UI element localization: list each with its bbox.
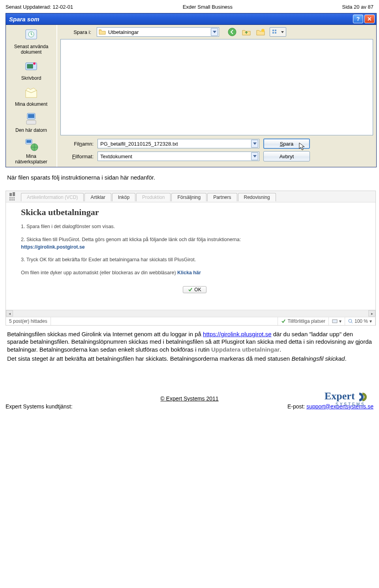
svg-rect-19 xyxy=(9,197,11,198)
svg-rect-16 xyxy=(275,32,276,34)
step-3: 3. Tryck OK för att bekräfta för Exder a… xyxy=(21,256,368,264)
look-in-combo[interactable]: Utbetalningar xyxy=(97,27,219,37)
svg-point-11 xyxy=(228,28,236,36)
paragraph-block: Betalningsfilen skickas med Girolink via… xyxy=(6,328,373,372)
header-right: Sida 20 av 87 xyxy=(342,4,373,10)
my-documents-icon xyxy=(23,85,39,101)
new-folder-button[interactable] xyxy=(255,27,266,37)
klicka-har-link[interactable]: Klicka här xyxy=(177,270,201,275)
svg-rect-22 xyxy=(9,199,11,200)
header-center: Exder Small Business xyxy=(183,4,233,10)
status-mode[interactable]: ▾ xyxy=(329,317,345,325)
place-label: Senast använda dokument xyxy=(14,44,49,55)
grid-small-icon[interactable] xyxy=(9,197,16,201)
check-shield-icon xyxy=(281,319,286,324)
horizontal-scrollbar[interactable]: ◂ ▸ xyxy=(6,310,375,317)
protected-mode-icon xyxy=(332,319,338,324)
webapp-sidebar-controls xyxy=(6,191,19,202)
status-count: 5 post(er) hittades xyxy=(6,317,51,325)
svg-point-26 xyxy=(349,319,352,322)
scroll-left-icon[interactable]: ◂ xyxy=(6,310,13,316)
svg-rect-14 xyxy=(275,30,276,31)
svg-rect-6 xyxy=(28,114,34,118)
scroll-right-icon[interactable]: ▸ xyxy=(368,310,375,316)
tab-forsaljning[interactable]: Försäljning xyxy=(171,193,206,201)
chevron-down-icon[interactable] xyxy=(251,140,258,148)
svg-text:SYSTEMS: SYSTEMS xyxy=(336,402,366,406)
status-zoom[interactable]: 100 % ▾ xyxy=(345,317,375,325)
help-icon: ? xyxy=(356,16,360,22)
place-label: Den här datorn xyxy=(15,127,47,133)
place-my-documents[interactable]: Mina dokument xyxy=(15,85,47,107)
footer-copyright: © Expert Systems 2011 xyxy=(6,395,373,402)
filename-input[interactable]: PG_betalfil_20110125_172328.txt xyxy=(98,139,259,148)
filename-value: PG_betalfil_20110125_172328.txt xyxy=(100,141,178,147)
place-network[interactable]: Mina nätverksplatser xyxy=(15,137,47,165)
help-button[interactable]: ? xyxy=(353,15,363,23)
file-list[interactable] xyxy=(60,39,373,135)
svg-rect-21 xyxy=(13,197,15,198)
look-in-value: Utbetalningar xyxy=(108,29,139,35)
zoom-icon xyxy=(348,319,353,324)
cancel-button[interactable]: Avbryt xyxy=(263,151,310,161)
my-computer-icon xyxy=(23,111,39,127)
titlebar[interactable]: Spara som ? ✕ xyxy=(6,13,376,25)
header-left: Senast Uppdaterad: 12-02-01 xyxy=(6,4,73,10)
svg-rect-17 xyxy=(9,193,12,196)
close-button[interactable]: ✕ xyxy=(364,15,375,23)
svg-point-4 xyxy=(33,62,36,65)
nav-toolbar xyxy=(227,27,286,37)
back-button[interactable] xyxy=(227,27,237,37)
checkmark-icon xyxy=(188,287,193,292)
webapp-window: Artikelinformation (VCD) Artiklar Inköp … xyxy=(6,191,376,326)
step-2: 2. Skicka filen till PlusGirot. Detta gö… xyxy=(21,236,368,251)
svg-rect-20 xyxy=(11,197,13,198)
svg-rect-3 xyxy=(27,64,33,68)
expert-systems-logo: Expert SYSTEMS xyxy=(325,388,372,409)
folder-new-icon xyxy=(256,28,265,36)
network-places-icon xyxy=(23,137,39,153)
place-desktop[interactable]: Skrivbord xyxy=(21,59,41,81)
place-my-computer[interactable]: Den här datorn xyxy=(15,111,47,133)
svg-rect-9 xyxy=(26,140,31,143)
houses-icon[interactable] xyxy=(9,192,16,197)
place-label: Mina nätverksplatser xyxy=(15,154,47,165)
view-grid-icon xyxy=(272,29,278,35)
svg-rect-23 xyxy=(11,199,13,200)
step-1: 1. Spara filen i det dialogfönster som v… xyxy=(21,223,368,230)
chevron-down-icon xyxy=(281,31,284,33)
places-bar: Senast använda dokument Skrivbord Mina d… xyxy=(6,25,57,167)
save-button[interactable]: Spara xyxy=(263,139,310,149)
svg-rect-15 xyxy=(272,32,274,34)
up-one-level-button[interactable] xyxy=(241,27,251,37)
tab-produktion[interactable]: Produktion xyxy=(136,193,171,201)
back-arrow-icon xyxy=(228,28,236,36)
view-menu-button[interactable] xyxy=(270,27,286,37)
desktop-icon xyxy=(23,59,39,75)
place-recent[interactable]: Senast använda dokument xyxy=(14,27,49,55)
close-icon: ✕ xyxy=(367,16,372,22)
girolink-link[interactable]: https://girolink.postgirot.se xyxy=(21,244,85,250)
tab-artiklar[interactable]: Artiklar xyxy=(84,193,111,201)
tab-artikelinformation[interactable]: Artikelinformation (VCD) xyxy=(21,193,84,201)
svg-point-12 xyxy=(261,29,265,32)
tab-partners[interactable]: Partners xyxy=(207,193,237,201)
step-4: Om filen inte dyker upp automatiskt (ell… xyxy=(21,269,368,277)
tab-redovisning[interactable]: Redovisning xyxy=(238,193,276,201)
svg-rect-25 xyxy=(332,320,337,323)
webapp-tab-bar: Artikelinformation (VCD) Artiklar Inköp … xyxy=(19,192,375,201)
place-label: Skrivbord xyxy=(21,75,41,81)
chevron-down-icon[interactable] xyxy=(211,28,218,36)
tab-inkop[interactable]: Inköp xyxy=(112,193,135,201)
ok-button[interactable]: OK xyxy=(183,286,206,293)
look-in-label: Spara i: xyxy=(60,29,94,35)
document-header: Senast Uppdaterad: 12-02-01 Exder Small … xyxy=(6,4,373,10)
page-footer: Expert SYSTEMS © Expert Systems 2011 Exp… xyxy=(0,395,379,414)
dialog-title: Spara som xyxy=(8,16,352,22)
chevron-down-icon[interactable] xyxy=(251,152,258,160)
fileformat-value: Textdokument xyxy=(100,154,132,159)
plusgirot-link[interactable]: https://girolink.plusgirot.se xyxy=(203,331,271,337)
svg-rect-18 xyxy=(13,192,15,196)
fileformat-select[interactable]: Textdokument xyxy=(98,152,259,161)
svg-rect-13 xyxy=(272,30,274,31)
